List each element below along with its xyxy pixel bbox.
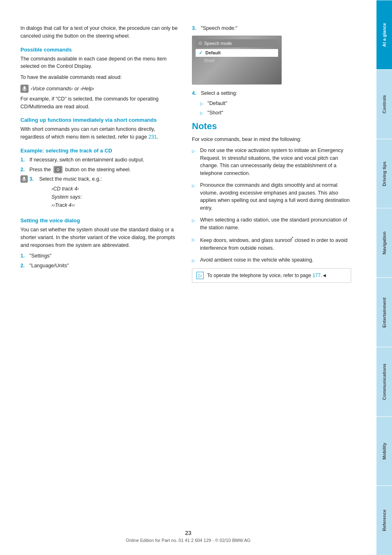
main-content: In dialogs that call for a text of your … <box>0 0 376 555</box>
setting-voice-heading: Setting the voice dialog <box>20 217 180 224</box>
page-ref-231[interactable]: 231 <box>148 134 157 140</box>
voice-step-1: 1. "Settings" <box>20 252 180 260</box>
voice-cmd-text: ›Voice commands‹ or ›Help‹ <box>31 86 94 92</box>
ref-box-text: To operate the telephone by voice, refer… <box>207 272 327 279</box>
calling-up-heading: Calling up functions immediately via sho… <box>20 117 180 123</box>
sidebar-tab-at-a-glance[interactable]: At a glance <box>376 0 392 69</box>
note-bullet-4: ▷ Keep doors, windows, and glass sunroof… <box>192 235 351 252</box>
cd-step-1: 1. If necessary, switch on entertainment… <box>20 156 180 164</box>
cd-step-3: 3. Select the music track, e.g.: ›CD tra… <box>20 175 180 211</box>
speech-mode-short: Short <box>196 57 278 64</box>
setting-voice-body: You can set whether the system should us… <box>20 226 180 249</box>
possible-commands-heading: Possible commands <box>20 47 180 53</box>
option-default: ▷ "Default" <box>192 100 351 107</box>
left-column: In dialogs that call for a text of your … <box>20 25 180 530</box>
sidebar-tab-entertainment[interactable]: Entertainment <box>376 278 392 347</box>
speech-mode-title-bar: ⚙ Speech mode <box>196 39 278 47</box>
cd-example-heading: Example: selecting the track of a CD <box>20 148 180 154</box>
speech-mode-image: ⚙ Speech mode ✓ Default Short <box>192 36 282 85</box>
voice-command-line: ›Voice commands‹ or ›Help‹ <box>20 85 180 93</box>
voice-icon <box>20 85 29 93</box>
speech-mode-default: ✓ Default <box>196 49 278 57</box>
possible-commands-body3: For example, if "CD" is selected, the co… <box>20 95 180 111</box>
intro-paragraph: In dialogs that call for a text of your … <box>20 25 180 40</box>
calling-up-body: With short commands you can run certain … <box>20 125 180 141</box>
sidebar-tab-navigation[interactable]: Navigation <box>376 208 392 278</box>
note-bullet-1: ▷ Do not use the voice activation system… <box>192 147 351 177</box>
reference-box: ▷ To operate the telephone by voice, ref… <box>192 268 351 283</box>
sidebar-tab-mobility[interactable]: Mobility <box>376 416 392 486</box>
option-short: ▷ "Short" <box>192 109 351 117</box>
svg-rect-0 <box>23 86 25 90</box>
steering-wheel-button <box>53 166 62 173</box>
sidebar-tab-reference[interactable]: Reference <box>376 486 392 555</box>
note-bullet-3: ▷ When selecting a radio station, use th… <box>192 216 351 232</box>
cd-track-block: ›CD track 4‹ System says: ››Track 4‹‹ <box>51 185 102 209</box>
speech-step-4: 4. Select a setting: <box>192 90 351 97</box>
page-number: 23 <box>0 530 376 536</box>
note-bullet-2: ▷ Pronounce the commands and digits smoo… <box>192 181 351 212</box>
sidebar: At a glance Controls Driving tips Naviga… <box>376 0 392 555</box>
note-bullet-5: ▷ Avoid ambient noise in the vehicle whi… <box>192 256 351 264</box>
possible-commands-body1: The commands available in each case depe… <box>20 55 180 71</box>
notes-intro: For voice commands, bear in mind the fol… <box>192 136 351 143</box>
page-footer: 23 Online Edition for Part no. 01 41 2 6… <box>0 530 376 543</box>
edition-text: Online Edition for Part no. 01 41 2 604 … <box>126 538 250 543</box>
voice-step-2: 2. "Language/Units" <box>20 262 180 270</box>
speech-step-3: 3. "Speech mode:" <box>192 25 351 32</box>
possible-commands-body2: To have the available commands read alou… <box>20 74 180 81</box>
step-3-voice-icon <box>20 175 28 183</box>
notes-heading: Notes <box>192 121 351 132</box>
sidebar-tab-controls[interactable]: Controls <box>376 69 392 139</box>
sidebar-tab-communications[interactable]: Communications <box>376 347 392 416</box>
cd-step-2: 2. Press the button on the steering whee… <box>20 166 180 174</box>
page-ref-177[interactable]: 177 <box>312 273 321 278</box>
sidebar-tab-driving-tips[interactable]: Driving tips <box>376 139 392 208</box>
asterisk-mark: * <box>292 236 293 241</box>
svg-rect-6 <box>23 177 25 180</box>
ref-triangle-icon: ▷ <box>196 272 204 279</box>
right-column: 3. "Speech mode:" ⚙ Speech mode ✓ Defaul… <box>192 25 351 530</box>
